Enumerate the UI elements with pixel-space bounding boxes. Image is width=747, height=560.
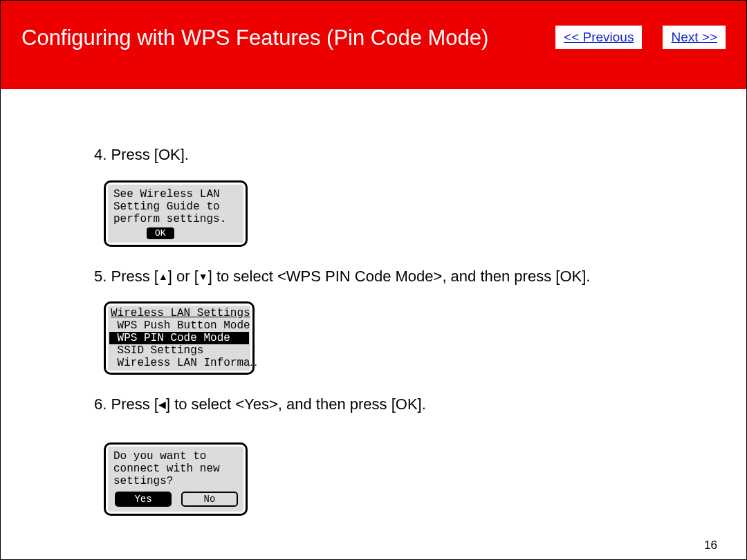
- page-number: 16: [704, 539, 717, 552]
- content-area: 4. Press [OK]. See Wireless LAN Setting …: [1, 89, 746, 528]
- step-6-pre: Press [: [111, 395, 158, 413]
- previous-button[interactable]: << Previous: [555, 26, 642, 49]
- lcd2-opt3: SSID Settings: [111, 344, 248, 357]
- step-5: 5. Press [▲] or [▼] to select <WPS PIN C…: [94, 266, 746, 287]
- header-bar: Configuring with WPS Features (Pin Code …: [1, 1, 746, 89]
- lcd1-line3: perform settings.: [113, 213, 238, 225]
- lcd1-ok-button: OK: [147, 227, 174, 239]
- lcd3-yes-button: Yes: [115, 492, 172, 507]
- lcd1-line1: See Wireless LAN: [113, 188, 238, 200]
- step-5-mid: ] or [: [168, 268, 199, 285]
- page: Configuring with WPS Features (Pin Code …: [0, 0, 747, 560]
- step-4-text: Press [OK].: [111, 146, 188, 163]
- page-title: Configuring with WPS Features (Pin Code …: [21, 26, 555, 50]
- left-arrow-icon: ◀: [158, 399, 166, 410]
- lcd3-line2: connect with new: [113, 463, 238, 475]
- down-arrow-icon: ▼: [199, 271, 208, 282]
- step-4: 4. Press [OK].: [94, 144, 746, 165]
- lcd-screen-3: Do you want to connect with new settings…: [104, 442, 248, 516]
- lcd-screen-2: Wireless LAN Settings WPS Push Button Mo…: [104, 301, 255, 375]
- step-5-pre: Press [: [111, 268, 158, 285]
- step-6-prefix: 6.: [94, 395, 111, 413]
- step-6: 6. Press [◀] to select <Yes>, and then p…: [94, 394, 746, 415]
- lcd-screen-1: See Wireless LAN Setting Guide to perfor…: [104, 180, 248, 247]
- lcd2-title: Wireless LAN Settings: [111, 307, 248, 319]
- lcd2-opt1: WPS Push Button Mode: [111, 319, 248, 332]
- up-arrow-icon: ▲: [158, 271, 168, 282]
- step-5-post: ] to select <WPS PIN Code Mode>, and the…: [208, 268, 591, 285]
- lcd2-opt2-selected: WPS PIN Code Mode: [109, 332, 249, 344]
- next-button[interactable]: Next >>: [663, 26, 726, 49]
- lcd1-line2: Setting Guide to: [113, 200, 238, 213]
- lcd2-opt4: Wireless LAN Informa…: [111, 357, 248, 369]
- step-5-prefix: 5.: [94, 268, 111, 285]
- step-6-post: ] to select <Yes>, and then press [OK].: [166, 395, 426, 413]
- lcd3-no-button: No: [181, 492, 238, 507]
- lcd3-line3: settings?: [113, 475, 238, 487]
- step-4-prefix: 4.: [94, 146, 111, 163]
- lcd3-line1: Do you want to: [113, 450, 238, 463]
